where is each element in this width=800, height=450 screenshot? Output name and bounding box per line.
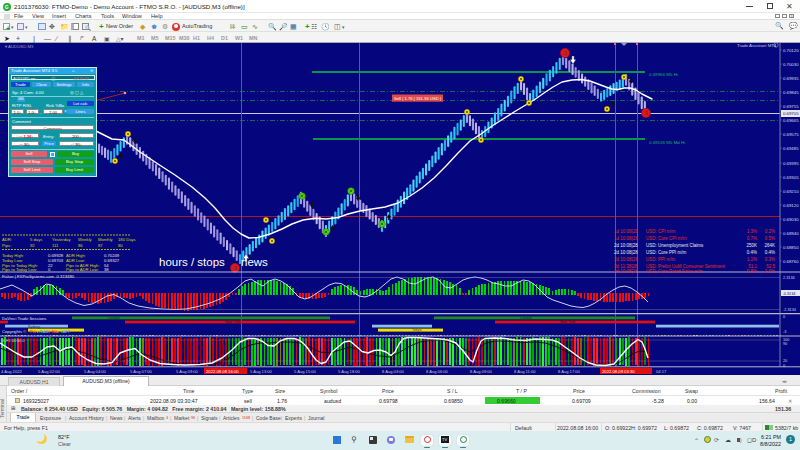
svg-text:USD: Prelim UoM Consumer Senti: USD: Prelim UoM Consumer Sentiment bbox=[646, 264, 726, 269]
svg-text:Tokyo: Tokyo bbox=[412, 328, 421, 332]
svg-text:Sell | 1.76 | 151.36 USD |: Sell | 1.76 | 151.36 USD | bbox=[394, 96, 441, 101]
svg-text:5 Aug 18:00: 5 Aug 18:00 bbox=[338, 369, 361, 374]
svg-text:S-H1 00:00-0: S-H1 00:00-0 bbox=[2, 339, 25, 343]
svg-text:4 Aug 2022: 4 Aug 2022 bbox=[1, 369, 22, 374]
svg-text:0.8%: 0.8% bbox=[747, 269, 757, 274]
svg-text:0.68940: 0.68940 bbox=[783, 231, 799, 236]
svg-text:Yesterday: Yesterday bbox=[52, 237, 71, 242]
svg-text:Weekly: Weekly bbox=[78, 237, 93, 242]
svg-text:250K: 250K bbox=[746, 243, 757, 248]
svg-text:hours / stops: hours / stops bbox=[159, 256, 225, 268]
svg-text:0.68760: 0.68760 bbox=[783, 259, 799, 264]
svg-text:8 Aug 03:00: 8 Aug 03:00 bbox=[382, 369, 405, 374]
svg-text:5 Aug 02:00: 5 Aug 02:00 bbox=[38, 369, 61, 374]
svg-text:8 Aug 17:00: 8 Aug 17:00 bbox=[558, 369, 581, 374]
svg-text:USD: Core CPI m/m: USD: Core CPI m/m bbox=[646, 236, 687, 241]
svg-text:USD: Core Retail Sales m/m: USD: Core Retail Sales m/m bbox=[646, 269, 703, 274]
svg-text:5 days: 5 days bbox=[30, 237, 42, 242]
svg-text:1d 10:08|28: 1d 10:08|28 bbox=[614, 236, 638, 241]
svg-text:Pips:: Pips: bbox=[2, 243, 11, 248]
svg-text:5 Aug 04:00: 5 Aug 04:00 bbox=[84, 369, 107, 374]
svg-text:.: . bbox=[58, 329, 59, 334]
svg-text:Pips to ADR Low:: Pips to ADR Low: bbox=[66, 267, 99, 272]
svg-text:USD: CPI m/m: USD: CPI m/m bbox=[646, 229, 676, 234]
svg-text:04:17: 04:17 bbox=[656, 369, 667, 374]
svg-text:0.4%: 0.4% bbox=[765, 250, 775, 255]
svg-text:DaVinci Trade Sessions: DaVinci Trade Sessions bbox=[2, 316, 46, 321]
svg-text:0.69845: 0.69845 bbox=[783, 90, 799, 95]
svg-text:USD: Core PPI m/m: USD: Core PPI m/m bbox=[646, 250, 687, 255]
svg-text:ADR:: ADR: bbox=[2, 237, 12, 242]
svg-text:0.69305: 0.69305 bbox=[783, 175, 799, 180]
svg-text:264K: 264K bbox=[764, 243, 775, 248]
svg-text:0.3%: 0.3% bbox=[765, 257, 775, 262]
svg-text:T: T bbox=[67, 329, 70, 334]
svg-text:0.69210: 0.69210 bbox=[783, 189, 799, 194]
svg-text:0.70030: 0.70030 bbox=[783, 62, 799, 67]
svg-text:1.0%: 1.0% bbox=[765, 269, 775, 274]
svg-text:92: 92 bbox=[30, 243, 35, 248]
svg-text:0.2%: 0.2% bbox=[765, 229, 775, 234]
svg-text:0.69966 Wk Hi: 0.69966 Wk Hi bbox=[649, 72, 678, 77]
svg-text:0.69935: 0.69935 bbox=[783, 76, 799, 81]
svg-text:0.7%: 0.7% bbox=[747, 236, 757, 241]
svg-text:52.5: 52.5 bbox=[766, 264, 775, 269]
svg-text:5 Aug 13:00: 5 Aug 13:00 bbox=[250, 369, 273, 374]
svg-text:Trade Assistant MT4: Trade Assistant MT4 bbox=[737, 43, 777, 48]
svg-text:8 Aug 09:00: 8 Aug 09:00 bbox=[470, 369, 493, 374]
svg-text:0.68850: 0.68850 bbox=[783, 245, 799, 250]
svg-text:0: 0 bbox=[783, 364, 785, 368]
svg-text:▾ AUDUSD,M3: ▾ AUDUSD,M3 bbox=[5, 44, 34, 49]
svg-text:0.69485: 0.69485 bbox=[783, 146, 799, 151]
svg-text:USD: PPI m/m: USD: PPI m/m bbox=[646, 257, 676, 262]
svg-text:0.69395: 0.69395 bbox=[783, 161, 799, 166]
svg-text:0.69536 Wk Md Hi: 0.69536 Wk Md Hi bbox=[649, 140, 685, 145]
svg-text:0.4%: 0.4% bbox=[747, 250, 757, 255]
svg-text:New York: New York bbox=[560, 320, 575, 324]
svg-text:4d 10:08|28: 4d 10:08|28 bbox=[614, 269, 638, 274]
svg-text:Sydney: Sydney bbox=[28, 325, 40, 329]
svg-text:0.69575: 0.69575 bbox=[783, 132, 799, 137]
svg-text:2d 10:08|28: 2d 10:08|28 bbox=[614, 243, 638, 248]
svg-text:-0.3134: -0.3134 bbox=[783, 292, 796, 296]
svg-text:20: 20 bbox=[783, 359, 787, 363]
svg-text:3d 11:38|28: 3d 11:38|28 bbox=[614, 264, 638, 269]
svg-text:1.1%: 1.1% bbox=[747, 257, 757, 262]
svg-text:8 Aug 11:00: 8 Aug 11:00 bbox=[514, 369, 536, 374]
svg-text:38: 38 bbox=[104, 267, 109, 272]
svg-text:2022.08.08 16:00: 2022.08.08 16:00 bbox=[206, 369, 239, 374]
svg-text:USD: Unemployment Claims: USD: Unemployment Claims bbox=[646, 243, 704, 248]
svg-text:0.69665: 0.69665 bbox=[783, 118, 799, 123]
svg-text:0.69705: 0.69705 bbox=[783, 111, 799, 116]
svg-text:90: 90 bbox=[783, 342, 787, 346]
svg-text:1.3%: 1.3% bbox=[747, 229, 757, 234]
svg-text:-2.3134: -2.3134 bbox=[783, 308, 796, 312]
svg-text:0: 0 bbox=[783, 315, 785, 319]
svg-text:80: 80 bbox=[118, 243, 123, 248]
svg-text:Fisher | FXProSystems.com -0.3: Fisher | FXProSystems.com -0.313480 bbox=[2, 274, 75, 279]
svg-text:111: 111 bbox=[52, 243, 59, 248]
svg-text:Monthly: Monthly bbox=[98, 237, 114, 242]
svg-text:180 Days: 180 Days bbox=[118, 237, 136, 242]
svg-text:2.3134: 2.3134 bbox=[783, 276, 795, 280]
svg-text:2022.08.09 03:30: 2022.08.09 03:30 bbox=[602, 369, 635, 374]
svg-text:1d 10:08|28: 1d 10:08|28 bbox=[614, 229, 638, 234]
svg-text:I: I bbox=[49, 329, 50, 334]
svg-text:51.1: 51.1 bbox=[748, 264, 757, 269]
svg-text:0.69120: 0.69120 bbox=[783, 203, 799, 208]
svg-text:5 Aug 09:00: 5 Aug 09:00 bbox=[176, 369, 199, 374]
svg-text:2d 10:08|28: 2d 10:08|28 bbox=[614, 250, 638, 255]
svg-text:Copyrights ©: Copyrights © bbox=[2, 329, 27, 334]
svg-text:0.5%: 0.5% bbox=[765, 236, 775, 241]
svg-text:0.70120: 0.70120 bbox=[783, 48, 799, 53]
svg-text:London: London bbox=[520, 316, 532, 320]
svg-text:0.69755: 0.69755 bbox=[783, 104, 799, 109]
svg-text:New York: New York bbox=[225, 320, 240, 324]
svg-text:London: London bbox=[108, 316, 120, 320]
svg-text:2d 10:08|28: 2d 10:08|28 bbox=[614, 257, 638, 262]
svg-text:0.69030: 0.69030 bbox=[783, 217, 799, 222]
svg-text:8 Aug 06:00: 8 Aug 06:00 bbox=[426, 369, 449, 374]
svg-text:5 Aug 15:00: 5 Aug 15:00 bbox=[294, 369, 317, 374]
svg-text:Pips to Today Low:: Pips to Today Low: bbox=[2, 267, 37, 272]
svg-text:87: 87 bbox=[98, 243, 103, 248]
